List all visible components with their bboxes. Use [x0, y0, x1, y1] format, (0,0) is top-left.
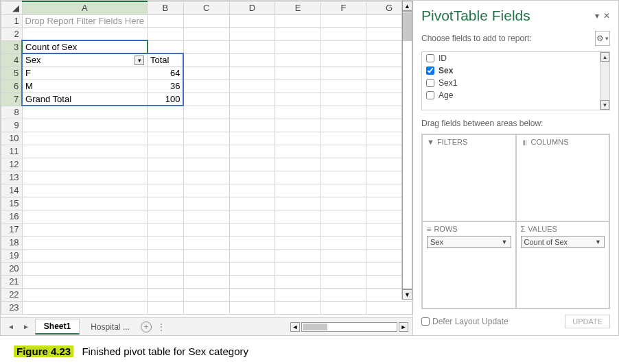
cell[interactable]: [22, 145, 147, 158]
cell[interactable]: [148, 262, 184, 275]
cell[interactable]: Sex▾: [22, 53, 147, 66]
column-header-B[interactable]: B: [148, 1, 184, 14]
cell[interactable]: [148, 301, 184, 314]
cell[interactable]: [148, 145, 184, 158]
cell[interactable]: [320, 53, 366, 66]
cell[interactable]: [275, 301, 321, 314]
cell[interactable]: [275, 93, 321, 106]
area-rows[interactable]: ≡ROWS Sex▼: [422, 221, 516, 308]
cell[interactable]: [229, 184, 275, 197]
vertical-scrollbar[interactable]: ▲ ▼: [401, 1, 412, 300]
cell[interactable]: [229, 171, 275, 184]
cell[interactable]: [22, 223, 147, 236]
row-header-1[interactable]: 1: [1, 14, 23, 27]
cell[interactable]: [22, 288, 147, 301]
cell[interactable]: [183, 106, 229, 119]
field-checkbox[interactable]: [426, 79, 434, 87]
cell[interactable]: [275, 223, 321, 236]
row-header-17[interactable]: 17: [1, 223, 23, 236]
cell[interactable]: [183, 14, 229, 27]
cell[interactable]: [275, 288, 321, 301]
cell[interactable]: [22, 275, 147, 288]
cell[interactable]: [148, 158, 184, 171]
scroll-down-icon[interactable]: ▼: [402, 289, 412, 300]
cell[interactable]: [229, 132, 275, 145]
column-header-C[interactable]: C: [183, 1, 229, 14]
cell[interactable]: [275, 158, 321, 171]
cell[interactable]: 100: [148, 93, 184, 106]
cell[interactable]: [229, 197, 275, 210]
cell[interactable]: [275, 14, 321, 27]
cell[interactable]: [148, 27, 184, 40]
cell[interactable]: [320, 275, 366, 288]
cell[interactable]: [148, 197, 184, 210]
field-scroll-track[interactable]: [600, 62, 609, 100]
cell[interactable]: F: [22, 66, 147, 80]
cell[interactable]: [275, 236, 321, 249]
cell[interactable]: [275, 171, 321, 184]
cell[interactable]: [320, 184, 366, 197]
row-header-7[interactable]: 7: [1, 93, 23, 106]
new-sheet-button[interactable]: +: [141, 321, 152, 332]
cell[interactable]: [148, 132, 184, 145]
cell[interactable]: [22, 171, 147, 184]
row-header-21[interactable]: 21: [1, 275, 23, 288]
row-header-8[interactable]: 8: [1, 106, 23, 119]
cell[interactable]: [148, 119, 184, 132]
cell[interactable]: [320, 93, 366, 106]
cell[interactable]: [229, 288, 275, 301]
cell[interactable]: [148, 106, 184, 119]
cell[interactable]: [275, 132, 321, 145]
cell[interactable]: [183, 184, 229, 197]
cell[interactable]: [275, 106, 321, 119]
cell[interactable]: [320, 197, 366, 210]
scroll-up-icon[interactable]: ▲: [402, 1, 412, 11]
filter-dropdown-icon[interactable]: ▾: [135, 56, 144, 65]
cell[interactable]: [183, 197, 229, 210]
cell[interactable]: [229, 145, 275, 158]
cell[interactable]: [229, 80, 275, 93]
cell[interactable]: [183, 171, 229, 184]
cell[interactable]: [320, 210, 366, 223]
scroll-thumb[interactable]: [403, 12, 412, 41]
cell[interactable]: [229, 66, 275, 80]
hscroll-track[interactable]: [301, 322, 397, 332]
cell[interactable]: [22, 27, 147, 40]
field-list[interactable]: IDSexSex1Age ▲ ▼: [421, 51, 610, 110]
cell[interactable]: [183, 27, 229, 40]
cell[interactable]: [22, 132, 147, 145]
cell[interactable]: [22, 184, 147, 197]
cell[interactable]: [148, 275, 184, 288]
cell[interactable]: [183, 66, 229, 80]
row-header-9[interactable]: 9: [1, 119, 23, 132]
cell[interactable]: [275, 184, 321, 197]
cell[interactable]: [229, 40, 275, 53]
cell[interactable]: [320, 80, 366, 93]
cell[interactable]: [229, 93, 275, 106]
cell[interactable]: [229, 236, 275, 249]
cell[interactable]: [148, 249, 184, 262]
row-header-15[interactable]: 15: [1, 197, 23, 210]
cell[interactable]: [275, 53, 321, 66]
cell[interactable]: [183, 275, 229, 288]
cell[interactable]: [183, 119, 229, 132]
cell[interactable]: [275, 119, 321, 132]
field-item[interactable]: ID: [422, 52, 609, 64]
defer-checkbox-label[interactable]: Defer Layout Update: [421, 317, 509, 326]
cell[interactable]: [183, 40, 229, 53]
cell[interactable]: 36: [148, 80, 184, 93]
area-filters[interactable]: ▼FILTERS: [422, 134, 516, 221]
cell[interactable]: [183, 262, 229, 275]
cell[interactable]: [320, 40, 366, 53]
cell[interactable]: [320, 132, 366, 145]
grid-wrapper[interactable]: ◢ A B C D E F G 1Drop Report Filter Fiel…: [1, 1, 412, 317]
cell[interactable]: [22, 119, 147, 132]
cell[interactable]: [22, 210, 147, 223]
cell[interactable]: [22, 262, 147, 275]
cell[interactable]: Count of Sex: [22, 40, 147, 53]
row-header-20[interactable]: 20: [1, 262, 23, 275]
field-item[interactable]: Age: [422, 89, 609, 101]
field-checkbox[interactable]: [426, 91, 434, 99]
cell[interactable]: [22, 249, 147, 262]
cell[interactable]: [22, 301, 147, 314]
